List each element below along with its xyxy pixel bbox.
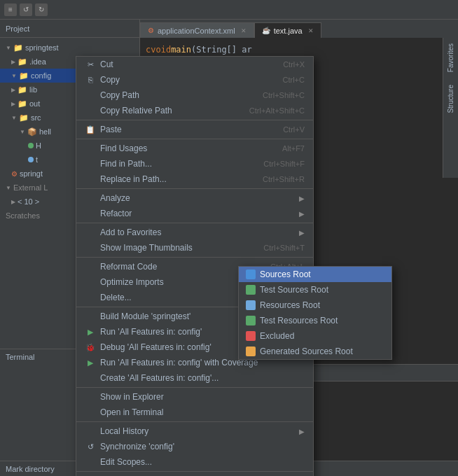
- menu-item-local-history[interactable]: Local History ▶: [76, 424, 313, 439]
- separator-2: [76, 139, 313, 139]
- menu-label-run: Run 'All Features in: config': [100, 327, 202, 337]
- menu-item-dir-path[interactable]: Directory Path Ctrl+Alt+F12: [76, 473, 313, 476]
- menu-item-run-left: ▶ Run 'All Features in: config': [85, 327, 202, 337]
- menu-label-delete: Delete...: [100, 293, 132, 302]
- menu-item-show-explorer[interactable]: Show in Explorer: [76, 389, 313, 405]
- menu-label-edit-scopes: Edit Scopes...: [100, 457, 152, 467]
- submenu-excluded[interactable]: Excluded: [239, 328, 391, 344]
- menu-shortcut-thumb: Ctrl+Shift+T: [263, 244, 305, 252]
- menu-item-build-left: Build Module 'springtest': [85, 312, 190, 321]
- folder-icon: 📁: [18, 85, 27, 94]
- sync-icon: ↺: [85, 442, 96, 451]
- menu-label-terminal: Open in Terminal: [100, 407, 164, 417]
- menu-item-copy-path[interactable]: Copy Path Ctrl+Shift+C: [76, 88, 313, 103]
- project-label: Project: [6, 24, 29, 33]
- tree-arrow: ▶: [11, 101, 15, 107]
- menu-item-explorer-left: Show in Explorer: [85, 392, 164, 402]
- code-keyword: c: [146, 45, 151, 55]
- menu-item-find-path[interactable]: Find in Path... Ctrl+Shift+F: [76, 156, 313, 172]
- folder-icon: 📁: [18, 57, 27, 66]
- submenu-label-sources-root: Sources Root: [260, 270, 311, 279]
- history-arrow: ▶: [299, 428, 305, 435]
- paste-icon: 📋: [85, 125, 96, 134]
- menu-item-create[interactable]: Create 'All Features in: config'...: [76, 370, 313, 386]
- code-line-1: c void main (String[] ar: [146, 43, 452, 56]
- menu-item-coverage-left: ▶ Run 'All Features in: config' with Cov…: [85, 358, 258, 368]
- separator-8: [76, 421, 313, 422]
- submenu-label-excluded: Excluded: [260, 331, 294, 341]
- tree-arrow: ▼: [6, 45, 11, 51]
- blue-circle-icon: [28, 157, 34, 162]
- menu-item-refactor[interactable]: Refactor ▶: [76, 206, 313, 221]
- cut-icon: ✂: [85, 60, 96, 69]
- folder-icon: 📁: [13, 43, 23, 52]
- menu-label-debug: Debug 'All Features in: config': [100, 342, 211, 352]
- tree-item-springtest[interactable]: ▼ 📁 springtest: [0, 41, 139, 55]
- status-label: Mark directory: [6, 465, 55, 473]
- copy-icon: ⎘: [85, 76, 96, 84]
- tree-label: hell: [39, 127, 51, 136]
- menu-label-copy-path: Copy Path: [100, 90, 139, 100]
- menu-item-show-thumbnails[interactable]: Show Image Thumbnails Ctrl+Shift+T: [76, 240, 313, 255]
- tab-xml-label: applicationContext.xml: [158, 27, 235, 35]
- menu-item-analyze[interactable]: Analyze ▶: [76, 190, 313, 206]
- menu-item-copy-rel[interactable]: Copy Relative Path Ctrl+Alt+Shift+C: [76, 103, 313, 118]
- submenu-generated-sources[interactable]: Generated Sources Root: [239, 344, 391, 359]
- menu-item-refactor-left: Refactor: [85, 209, 132, 218]
- code-keyword: void: [151, 45, 171, 55]
- menu-item-sync[interactable]: ↺ Synchronize 'config': [76, 439, 313, 454]
- separator-9: [76, 471, 313, 472]
- menu-item-cut[interactable]: ✂ Cut Ctrl+X: [76, 57, 313, 72]
- refactor-arrow: ▶: [299, 210, 305, 218]
- menu-shortcut-cut: Ctrl+X: [283, 60, 305, 69]
- top-toolbar: ≡ ↺ ↻: [0, 0, 458, 20]
- menu-label-thumb: Show Image Thumbnails: [100, 243, 193, 253]
- menu-item-copy[interactable]: ⎘ Copy Ctrl+C: [76, 72, 313, 88]
- menu-item-edit-scopes[interactable]: Edit Scopes...: [76, 454, 313, 470]
- resources-root-icon: [246, 300, 256, 310]
- menu-item-scopes-left: Edit Scopes...: [85, 457, 152, 467]
- tree-label: springtest: [25, 43, 59, 52]
- tab-java[interactable]: ☕ text.java ✕: [254, 22, 321, 38]
- menu-item-delete-left: Delete...: [85, 293, 132, 302]
- menu-item-analyze-left: Analyze: [85, 193, 130, 203]
- generated-sources-icon: [246, 346, 256, 356]
- submenu-sources-root[interactable]: Sources Root: [239, 267, 391, 282]
- menu-item-copy-rel-left: Copy Relative Path: [85, 106, 172, 115]
- tab-xml-close[interactable]: ✕: [241, 27, 247, 34]
- menu-shortcut-copy: Ctrl+C: [283, 76, 305, 84]
- menu-item-replace-path[interactable]: Replace in Path... Ctrl+Shift+R: [76, 172, 313, 187]
- tree-arrow: ▶: [11, 59, 15, 65]
- folder-icon: 📦: [27, 127, 37, 136]
- tree-arrow: ▼: [20, 129, 25, 135]
- menu-item-copy-left: ⎘ Copy: [85, 75, 120, 85]
- menu-label-local-history: Local History: [100, 426, 148, 436]
- menu-item-find-usages-left: Find Usages: [85, 144, 147, 153]
- folder-icon: 📁: [18, 99, 27, 108]
- menu-item-terminal[interactable]: Open in Terminal: [76, 405, 313, 420]
- submenu-test-sources-root[interactable]: Test Sources Root: [239, 282, 391, 298]
- menu-item-paste[interactable]: 📋 Paste Ctrl+V: [76, 122, 313, 137]
- tree-label: t: [36, 155, 38, 164]
- tab-xml[interactable]: ⚙ applicationContext.xml ✕: [140, 22, 254, 38]
- sources-root-icon: [246, 270, 256, 279]
- separator-4: [76, 223, 313, 223]
- menu-shortcut-find: Alt+F7: [282, 144, 305, 153]
- tab-java-close[interactable]: ✕: [308, 27, 314, 34]
- submenu-resources-root[interactable]: Resources Root: [239, 298, 391, 313]
- menu-label-create: Create 'All Features in: config'...: [100, 373, 218, 383]
- menu-item-replace-path-left: Replace in Path...: [85, 174, 167, 184]
- toolbar-btn-1[interactable]: ≡: [4, 4, 17, 16]
- tree-arrow: ▼: [11, 115, 17, 121]
- tree-label: src: [31, 113, 41, 122]
- structure-tab[interactable]: Structure: [445, 82, 456, 116]
- submenu-test-resources-root[interactable]: Test Resources Root: [239, 313, 391, 328]
- menu-label-build: Build Module 'springtest': [100, 312, 190, 321]
- tree-label: config: [31, 71, 51, 80]
- toolbar-btn-2[interactable]: ↺: [20, 4, 32, 16]
- favorites-tab[interactable]: Favorites: [445, 41, 456, 75]
- toolbar-btn-3[interactable]: ↻: [35, 4, 48, 16]
- menu-item-add-favorites[interactable]: Add to Favorites ▶: [76, 225, 313, 240]
- coverage-icon: ▶: [85, 358, 96, 368]
- menu-item-find-usages[interactable]: Find Usages Alt+F7: [76, 141, 313, 156]
